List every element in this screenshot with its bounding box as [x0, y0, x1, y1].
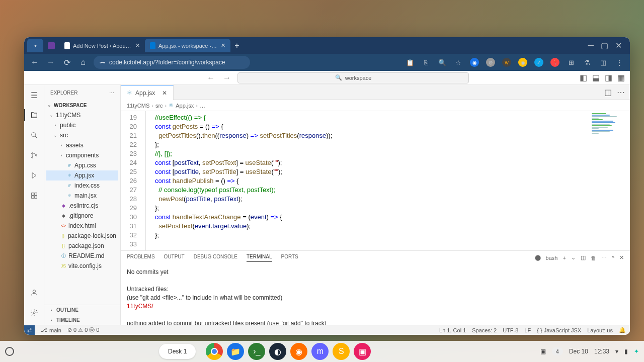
close-icon[interactable]: ✕ [135, 42, 140, 49]
close-icon[interactable]: ✕ [221, 42, 225, 49]
run-debug-icon[interactable] [28, 169, 40, 182]
ext-1-icon[interactable]: ◉ [469, 57, 480, 68]
tray-app-icon[interactable]: ▣ [540, 348, 546, 355]
layout-panel-bottom-icon[interactable]: ⬓ [592, 73, 600, 82]
tree-item--gitignore[interactable]: ◆.gitignore [46, 211, 118, 221]
browser-pinned-tab-1[interactable] [43, 39, 59, 52]
indentation[interactable]: Spaces: 2 [472, 327, 497, 333]
explorer-icon[interactable] [28, 109, 40, 121]
nav-forward-icon[interactable]: → [221, 72, 232, 83]
ext-4-icon[interactable]: ◉ [517, 57, 528, 68]
tray-time[interactable]: 12:33 [594, 348, 609, 355]
command-center[interactable]: 🔍 workspace [237, 72, 469, 83]
diagnostics[interactable]: ⊘ 0 ⚠ 0 ⓦ 0 [67, 326, 100, 334]
more-icon[interactable]: ⋯ [601, 254, 607, 261]
tree-item-app-jsx[interactable]: ⚛App.jsx [46, 170, 118, 180]
minimap[interactable] [590, 111, 630, 250]
tree-item--eslintrc-cjs[interactable]: ◆.eslintrc.cjs [46, 201, 118, 211]
tree-item-main-jsx[interactable]: ⚛main.jsx [46, 191, 118, 201]
menu-icon[interactable]: ⋮ [614, 57, 625, 68]
tray-date[interactable]: Dec 10 [569, 348, 588, 355]
tree-item-public[interactable]: ›public [46, 120, 118, 130]
nav-back-icon[interactable]: ← [205, 72, 216, 83]
browser-tab-1[interactable]: Add New Post ‹ About Chrome ✕ [59, 39, 145, 52]
more-icon[interactable]: ⋯ [617, 87, 625, 97]
code-editor[interactable]: 192021222324252627282930313233 //useEffe… [121, 111, 630, 250]
minimize-icon[interactable]: ─ [588, 41, 594, 50]
zoom-icon[interactable]: 🔍 [437, 57, 448, 68]
close-icon[interactable]: ✕ [162, 89, 167, 97]
forward-button[interactable]: → [45, 57, 56, 68]
notification-count[interactable]: 4 [552, 347, 563, 355]
keyboard-layout[interactable]: Layout: us [587, 327, 613, 333]
close-panel-icon[interactable]: ✕ [619, 254, 624, 261]
breadcrumbs[interactable]: 11tyCMS› src› ⚛ App.jsx› … [121, 100, 630, 111]
layout-customize-icon[interactable]: ▦ [617, 73, 625, 82]
terminal-output[interactable]: No commits yet Untracked files: (use "gi… [121, 265, 630, 325]
tree-item-readme-md[interactable]: ⓘREADME.md [46, 251, 118, 261]
mastodon-icon[interactable]: m [311, 343, 329, 360]
close-icon[interactable]: ✕ [615, 41, 622, 50]
back-button[interactable]: ← [29, 57, 40, 68]
menu-icon[interactable]: ☰ [28, 89, 40, 101]
git-branch[interactable]: ⎇ main [41, 327, 61, 333]
account-icon[interactable] [28, 287, 40, 299]
url-input[interactable]: ⊶ code.kctofel.app/?folder=/config/works… [94, 56, 250, 69]
timeline-section[interactable]: ›TIMELINE [44, 315, 120, 325]
maximize-panel-icon[interactable]: ^ [612, 255, 614, 261]
tree-item-11tycms[interactable]: ⌄11tyCMS [46, 110, 118, 120]
notifications-icon[interactable]: 🔔 [619, 327, 626, 333]
extensions-icon[interactable]: ⊞ [566, 57, 577, 68]
wifi-icon[interactable]: ▾ [615, 348, 618, 355]
panel-tab-terminal[interactable]: TERMINAL [247, 254, 272, 262]
tray-extra-icon[interactable]: ✦ [634, 348, 639, 355]
terminal-dropdown-icon[interactable]: ⌄ [571, 254, 576, 261]
ext-2-icon[interactable]: ⊘ [485, 57, 496, 68]
bookmark-icon[interactable]: ☆ [453, 57, 464, 68]
workspace-root[interactable]: ⌄ WORKSPACE [44, 100, 120, 110]
launcher-button[interactable] [5, 347, 14, 356]
ext-5-icon[interactable]: ✓ [533, 57, 544, 68]
reload-button[interactable]: ⟳ [61, 57, 72, 68]
battery-icon[interactable]: ▮ [624, 348, 628, 355]
language-mode[interactable]: { } JavaScript JSX [537, 327, 581, 333]
panel-tab-problems[interactable]: PROBLEMS [127, 254, 155, 261]
sidepanel-icon[interactable]: ◫ [598, 57, 609, 68]
browser-tab-expand[interactable]: ▾ [27, 39, 43, 52]
extensions-icon[interactable] [28, 190, 40, 202]
outline-section[interactable]: ›OUTLINE [44, 305, 120, 315]
tree-item-components[interactable]: ›components [46, 150, 118, 160]
install-pwa-icon[interactable]: ⎘ [421, 57, 432, 68]
clipboard-icon[interactable]: 📋 [405, 57, 416, 68]
source-control-icon[interactable] [28, 149, 40, 161]
panel-tab-debug[interactable]: DEBUG CONSOLE [194, 254, 237, 261]
tree-item-app-css[interactable]: #App.css [46, 160, 118, 170]
tree-item-src[interactable]: ⌄src [46, 130, 118, 140]
tree-item-package-lock-json[interactable]: {}package-lock.json [46, 231, 118, 241]
browser-tab-2[interactable]: App.jsx - workspace - code-ser ✕ [145, 39, 230, 52]
split-editor-icon[interactable]: ◫ [604, 87, 612, 97]
settings-icon[interactable] [28, 307, 40, 319]
encoding[interactable]: UTF-8 [503, 327, 518, 333]
app-orange-icon[interactable]: ◉ [290, 343, 307, 360]
remote-icon[interactable]: ⇄ [24, 325, 35, 335]
maximize-icon[interactable]: ▢ [601, 41, 608, 50]
tree-item-index-css[interactable]: #index.css [46, 180, 118, 191]
cursor-position[interactable]: Ln 1, Col 1 [439, 327, 466, 333]
site-settings-icon[interactable]: ⊶ [100, 59, 105, 66]
new-terminal-icon[interactable]: + [562, 255, 566, 261]
steam-icon[interactable]: ◐ [269, 343, 286, 360]
trash-icon[interactable]: 🗑 [591, 255, 596, 261]
panel-tab-output[interactable]: OUTPUT [164, 254, 185, 261]
shell-name[interactable]: bash [546, 255, 558, 261]
layout-panel-left-icon[interactable]: ◧ [580, 73, 587, 82]
files-icon[interactable]: 📁 [227, 343, 244, 360]
home-button[interactable]: ⌂ [77, 57, 89, 68]
tree-item-vite-config-js[interactable]: JSvite.config.js [46, 261, 118, 271]
labs-icon[interactable]: ⚗ [582, 57, 593, 68]
app-yellow-icon[interactable]: S [333, 343, 350, 360]
search-icon[interactable] [28, 129, 40, 141]
desk-switcher[interactable]: Desk 1 [159, 344, 196, 359]
editor-tab-app-jsx[interactable]: ⚛ App.jsx ✕ [121, 85, 174, 100]
app-pink-icon[interactable]: ▣ [354, 343, 371, 360]
